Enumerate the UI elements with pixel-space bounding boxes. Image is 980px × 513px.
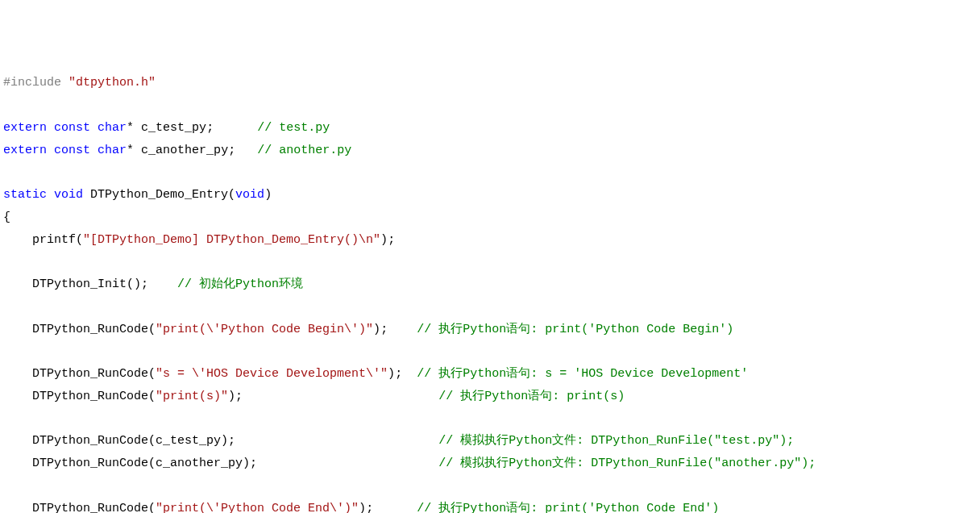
code-line: extern const char* c_another_py; // anot… xyxy=(3,144,351,157)
keyword-const: const xyxy=(54,121,90,135)
identifier: c_another_py xyxy=(156,457,243,470)
function-call: DTPython_RunCode xyxy=(32,367,148,381)
comment: // 模拟执行Python文件: DTPython_RunFile("anoth… xyxy=(438,457,816,470)
code-line: { xyxy=(3,211,10,224)
function-call: DTPython_RunCode xyxy=(32,457,148,470)
string-literal: "s = \'HOS Device Development\'" xyxy=(156,367,388,381)
comment: // 执行Python语句: s = 'HOS Device Developme… xyxy=(417,367,748,381)
pointer-star: * xyxy=(127,144,134,157)
keyword-void: void xyxy=(54,188,83,202)
preprocessor-directive: #include xyxy=(3,76,61,90)
function-call: DTPython_RunCode xyxy=(32,390,148,403)
comment: // test.py xyxy=(257,121,330,135)
string-literal: "[DTPython_Demo] DTPython_Demo_Entry()\n… xyxy=(83,233,380,247)
code-line: printf("[DTPython_Demo] DTPython_Demo_En… xyxy=(3,233,395,247)
keyword-void: void xyxy=(235,188,264,202)
code-line: extern const char* c_test_py; // test.py xyxy=(3,121,330,135)
keyword-extern: extern xyxy=(3,121,47,135)
code-line: DTPython_Init(); // 初始化Python环境 xyxy=(3,277,303,291)
identifier: c_test_py xyxy=(141,121,206,135)
type-char: char xyxy=(98,144,127,157)
brace-open: { xyxy=(3,211,10,224)
comment: // 初始化Python环境 xyxy=(177,277,303,291)
pointer-star: * xyxy=(127,121,134,135)
code-line: #include "dtpython.h" xyxy=(3,76,156,90)
function-call: DTPython_RunCode xyxy=(32,434,148,448)
identifier: c_test_py xyxy=(156,434,221,448)
keyword-extern: extern xyxy=(3,144,47,157)
function-call: DTPython_RunCode xyxy=(32,502,148,514)
code-line: DTPython_RunCode(c_another_py); // 模拟执行P… xyxy=(3,457,816,470)
code-snippet: #include "dtpython.h" extern const char*… xyxy=(3,72,977,513)
code-line: DTPython_RunCode("print(\'Python Code Be… xyxy=(3,323,733,336)
code-line: DTPython_RunCode("print(s)"); // 执行Pytho… xyxy=(3,390,625,403)
function-call: DTPython_Init xyxy=(32,277,127,291)
string-literal: "print(s)" xyxy=(156,390,228,403)
string-literal: "print(\'Python Code End\')" xyxy=(156,502,359,514)
comment: // 执行Python语句: print('Python Code Begin'… xyxy=(417,323,733,336)
keyword-static: static xyxy=(3,188,47,202)
code-line: static void DTPython_Demo_Entry(void) xyxy=(3,188,272,202)
comment: // 执行Python语句: print(s) xyxy=(438,390,625,403)
function-call: DTPython_RunCode xyxy=(32,323,148,336)
include-path: "dtpython.h" xyxy=(69,76,156,90)
function-name: DTPython_Demo_Entry xyxy=(90,188,228,202)
keyword-const: const xyxy=(54,144,90,157)
string-literal: "print(\'Python Code Begin\')" xyxy=(156,323,373,336)
type-char: char xyxy=(98,121,127,135)
identifier: c_another_py xyxy=(141,144,228,157)
comment: // 执行Python语句: print('Python Code End') xyxy=(417,502,719,514)
function-call: printf xyxy=(32,233,76,247)
code-line: DTPython_RunCode("print(\'Python Code En… xyxy=(3,502,719,514)
comment: // 模拟执行Python文件: DTPython_RunFile("test.… xyxy=(438,434,794,448)
code-line: DTPython_RunCode(c_test_py); // 模拟执行Pyth… xyxy=(3,434,794,448)
comment: // another.py xyxy=(257,144,351,157)
code-line: DTPython_RunCode("s = \'HOS Device Devel… xyxy=(3,367,748,381)
